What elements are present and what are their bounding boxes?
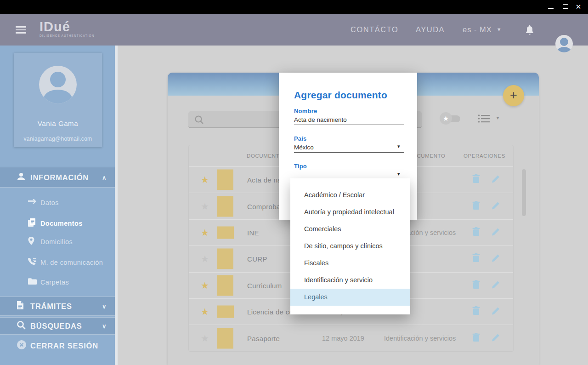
sidebar-item-documentos[interactable]: Documentos [0, 216, 115, 231]
nav-contacto[interactable]: CONTÁCTO [351, 14, 398, 46]
location-pin-icon [28, 236, 35, 247]
profile-avatar[interactable] [39, 66, 77, 103]
delete-icon[interactable] [472, 333, 480, 344]
favorites-filter-toggle[interactable]: ★ [440, 112, 461, 125]
profile-email: vaniagamag@hotmail.com [14, 136, 102, 142]
document-type: Identificación y servicios [384, 335, 456, 342]
star-icon: ★ [440, 112, 452, 125]
edit-icon[interactable] [492, 280, 500, 291]
view-mode-selector[interactable]: ▾ [478, 114, 499, 124]
document-date: 12 mayo 2019 [322, 335, 364, 342]
nav-ayuda[interactable]: AYUDA [416, 14, 445, 46]
edit-icon[interactable] [492, 175, 500, 185]
pais-underline [294, 152, 404, 153]
dropdown-option[interactable]: Comerciales [290, 221, 410, 238]
edit-icon[interactable] [492, 227, 500, 238]
pais-select[interactable]: México [294, 144, 314, 151]
language-selector[interactable]: es - MX▼ [463, 14, 502, 46]
maximize-button[interactable] [559, 0, 572, 14]
document-thumbnail[interactable] [217, 328, 233, 349]
edit-icon[interactable] [492, 333, 500, 344]
documents-icon [28, 218, 36, 229]
caret-down-icon: ▾ [497, 115, 499, 120]
delete-icon[interactable] [472, 306, 480, 317]
sidebar-section-tramites[interactable]: TRÁMITES ∨ [0, 297, 115, 316]
chevron-down-icon: ∨ [102, 323, 107, 330]
document-thumbnail[interactable] [217, 226, 234, 239]
tipo-label: Tipo [294, 163, 307, 170]
pais-label: País [294, 135, 307, 142]
document-thumbnail[interactable] [217, 170, 233, 190]
document-name: INE [247, 228, 259, 236]
dropdown-option[interactable]: Académico / Escolar [290, 187, 410, 204]
minimize-button[interactable] [544, 0, 558, 14]
avatar-body [557, 47, 571, 52]
close-button[interactable]: ✕ [571, 0, 585, 14]
sidebar: Vania Gama vaniagamag@hotmail.com INFORM… [0, 46, 115, 365]
document-thumbnail[interactable] [217, 275, 233, 296]
document-thumbnail[interactable] [217, 306, 234, 318]
document-name: Curriculum [247, 281, 282, 289]
edit-icon[interactable] [492, 201, 500, 211]
nombre-underline [294, 125, 404, 125]
col-documento: DOCUMENTO [247, 153, 284, 159]
col-operaciones: OPERACIONES [464, 153, 505, 159]
chevron-up-icon: ∧ [102, 174, 107, 181]
favorite-star-icon[interactable]: ★ [201, 253, 209, 264]
sidebar-section-informacion[interactable]: INFORMACIÓN ∧ [0, 167, 115, 188]
favorite-star-icon[interactable]: ★ [201, 280, 209, 291]
favorite-star-icon[interactable]: ★ [201, 201, 209, 212]
nombre-input[interactable]: Acta de nacimiento [294, 116, 347, 123]
edit-icon[interactable] [492, 254, 500, 264]
tipo-dropdown-menu: Académico / Escolar Autoría y propiedad … [290, 178, 410, 314]
profile-card: Vania Gama vaniagamag@hotmail.com [14, 53, 102, 147]
menu-icon[interactable] [16, 26, 26, 34]
brand-tagline: DILIGENCE AUTHENTICATION [40, 34, 94, 37]
document-name: Pasaporte [247, 335, 280, 342]
chevron-down-icon: ∨ [102, 303, 107, 310]
phone-icon [28, 257, 37, 268]
document-thumbnail[interactable] [217, 196, 233, 217]
favorite-star-icon[interactable]: ★ [201, 306, 209, 317]
nombre-label: Nombre [294, 108, 317, 114]
sidebar-logout[interactable]: CERRAR SESIÓN [0, 336, 115, 355]
delete-icon[interactable] [472, 174, 480, 185]
sidebar-section-busquedas[interactable]: BÚSQUEDAS ∨ [0, 317, 115, 335]
sidebar-item-carpetas[interactable]: Carpetas [0, 275, 115, 290]
document-thumbnail[interactable] [217, 249, 233, 269]
sidebar-item-medios-comunicacion[interactable]: M. de comunicación [0, 255, 115, 270]
favorite-star-icon[interactable]: ★ [201, 333, 209, 344]
notifications-bell-icon[interactable] [525, 25, 534, 37]
dropdown-option-selected[interactable]: Legales [290, 289, 410, 306]
caret-down-icon[interactable]: ▾ [397, 143, 400, 149]
dropdown-option[interactable]: Autoría y propiedad intelectual [290, 204, 410, 221]
dropdown-option[interactable]: De sitio, campos y clínicos [290, 238, 410, 255]
caret-down-icon[interactable]: ▾ [397, 171, 400, 177]
document-name: CURP [247, 255, 267, 263]
add-document-button[interactable]: + [503, 85, 524, 106]
search-icon [17, 320, 26, 331]
delete-icon[interactable] [472, 201, 480, 212]
delete-icon[interactable] [472, 280, 480, 291]
search-icon [194, 115, 204, 125]
delete-icon[interactable] [472, 227, 480, 238]
sidebar-item-datos[interactable]: Datos [0, 195, 115, 210]
caret-down-icon: ▼ [497, 27, 502, 32]
dropdown-option[interactable]: Fiscales [290, 255, 410, 272]
edit-icon[interactable] [492, 307, 500, 317]
dropdown-option[interactable]: Identificación y servicio [290, 272, 410, 289]
user-avatar[interactable] [555, 35, 573, 52]
sidebar-item-domicilios[interactable]: Domicilios [0, 234, 115, 249]
scrollbar-thumb[interactable] [522, 169, 526, 216]
table-row[interactable]: ★ Pasaporte 12 mayo 2019 Identificación … [189, 325, 513, 351]
modal-title: Agregar documento [294, 90, 387, 101]
os-titlebar: ✕ [0, 0, 588, 14]
favorite-star-icon[interactable]: ★ [201, 227, 209, 238]
app-header: IDué DILIGENCE AUTHENTICATION CONTÁCTO A… [0, 14, 588, 46]
delete-icon[interactable] [472, 253, 480, 264]
card-icon [28, 199, 37, 207]
profile-name: Vania Gama [14, 120, 102, 127]
document-icon [17, 301, 24, 312]
favorite-star-icon[interactable]: ★ [201, 174, 209, 185]
app-logo: IDué DILIGENCE AUTHENTICATION [40, 20, 94, 37]
